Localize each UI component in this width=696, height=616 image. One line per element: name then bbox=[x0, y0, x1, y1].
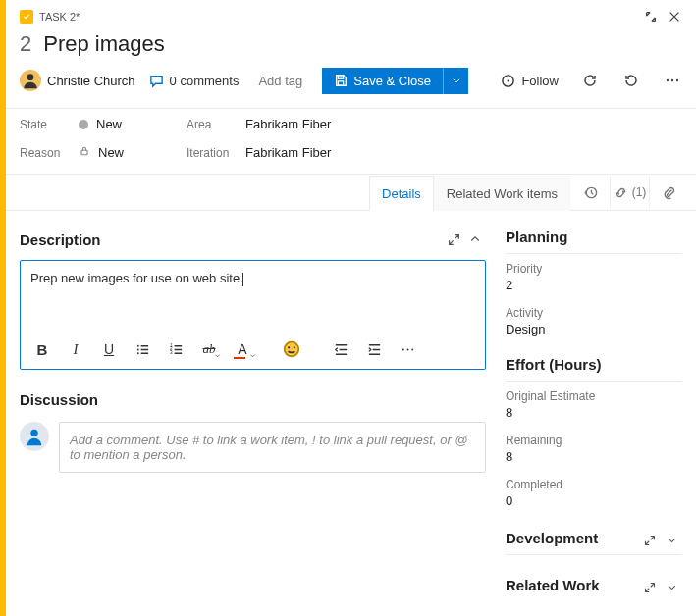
svg-point-22 bbox=[411, 348, 413, 350]
completed-value[interactable]: 0 bbox=[506, 491, 682, 516]
description-heading: Description bbox=[20, 231, 101, 248]
svg-point-13 bbox=[136, 352, 138, 354]
remaining-value[interactable]: 8 bbox=[506, 447, 682, 472]
activity-label: Activity bbox=[506, 306, 682, 320]
svg-point-12 bbox=[136, 348, 138, 350]
svg-point-1 bbox=[27, 74, 34, 80]
save-close-button[interactable]: Save & Close bbox=[322, 68, 443, 94]
related-work-expand-icon[interactable] bbox=[639, 577, 661, 598]
tabs-row: Details Related Work items (1) bbox=[6, 175, 696, 211]
expand-icon[interactable] bbox=[443, 229, 464, 250]
svg-point-21 bbox=[406, 348, 408, 350]
links-icon[interactable]: (1) bbox=[610, 176, 649, 210]
description-text[interactable]: Prep new images for use on web site. bbox=[21, 261, 485, 330]
follow-button[interactable]: Follow bbox=[497, 70, 562, 92]
window-type-label: TASK 2* bbox=[39, 11, 80, 23]
assignee-picker[interactable]: Christie Church bbox=[20, 70, 135, 91]
clear-formatting-button[interactable]: ab bbox=[195, 335, 223, 363]
add-tag-button[interactable]: Add tag bbox=[252, 70, 308, 92]
original-estimate-label: Original Estimate bbox=[506, 389, 682, 403]
save-dropdown-button[interactable] bbox=[443, 68, 468, 94]
development-expand-icon[interactable] bbox=[639, 530, 661, 551]
discussion-heading: Discussion bbox=[20, 391, 98, 408]
priority-label: Priority bbox=[506, 262, 682, 276]
state-dot-icon bbox=[79, 120, 88, 129]
italic-button[interactable]: I bbox=[62, 335, 89, 363]
increase-indent-button[interactable] bbox=[360, 335, 388, 363]
svg-rect-2 bbox=[339, 76, 344, 79]
related-work-chevron-icon[interactable] bbox=[661, 577, 682, 598]
decrease-indent-button[interactable] bbox=[327, 335, 354, 363]
links-count: (1) bbox=[632, 185, 647, 199]
emoji-button[interactable] bbox=[278, 335, 305, 363]
rte-toolbar: B I U 123 ab A bbox=[21, 330, 485, 369]
area-value[interactable]: Fabrikam Fiber bbox=[245, 117, 682, 131]
underline-button[interactable]: U bbox=[95, 335, 123, 363]
avatar bbox=[20, 70, 41, 91]
description-editor[interactable]: Prep new images for use on web site. B I… bbox=[20, 260, 486, 370]
svg-point-20 bbox=[402, 348, 403, 350]
accent-bar bbox=[0, 0, 6, 616]
field-grid: State New Area Fabrikam Fiber Reason New… bbox=[6, 108, 696, 175]
svg-point-18 bbox=[288, 346, 290, 348]
lock-icon bbox=[79, 145, 90, 160]
reason-label: Reason bbox=[20, 146, 79, 160]
work-item-title[interactable]: Prep images bbox=[43, 31, 165, 57]
svg-point-23 bbox=[30, 430, 37, 436]
completed-label: Completed bbox=[506, 478, 682, 491]
area-label: Area bbox=[187, 118, 245, 131]
bulleted-list-button[interactable] bbox=[129, 335, 156, 363]
title-row: 2 Prep images bbox=[6, 27, 696, 67]
discussion-input[interactable]: Add a comment. Use # to link a work item… bbox=[59, 422, 486, 473]
numbered-list-button[interactable]: 123 bbox=[162, 335, 189, 363]
svg-rect-9 bbox=[81, 150, 87, 155]
priority-value[interactable]: 2 bbox=[506, 276, 682, 300]
development-heading: Development bbox=[506, 526, 598, 554]
tab-related-work-items[interactable]: Related Work items bbox=[434, 176, 570, 211]
state-value[interactable]: New bbox=[79, 117, 187, 131]
attachments-icon[interactable] bbox=[649, 176, 688, 210]
activity-value[interactable]: Design bbox=[506, 320, 682, 344]
svg-point-8 bbox=[676, 79, 678, 81]
save-close-group: Save & Close bbox=[322, 68, 468, 94]
restore-icon[interactable] bbox=[639, 5, 663, 28]
iteration-label: Iteration bbox=[187, 146, 245, 160]
planning-heading: Planning bbox=[506, 225, 682, 253]
follow-label: Follow bbox=[521, 74, 559, 88]
revert-icon[interactable] bbox=[617, 67, 645, 94]
related-work-heading: Related Work bbox=[506, 573, 600, 601]
remaining-label: Remaining bbox=[506, 434, 682, 447]
svg-point-5 bbox=[508, 79, 509, 81]
bold-button[interactable]: B bbox=[28, 335, 56, 363]
history-icon[interactable] bbox=[570, 176, 610, 210]
chevron-up-icon[interactable] bbox=[464, 229, 486, 250]
work-item-id: 2 bbox=[20, 31, 31, 57]
comments-button[interactable]: 0 comments bbox=[149, 74, 240, 88]
toolbar: Christie Church 0 comments Add tag Save … bbox=[6, 67, 696, 108]
refresh-icon[interactable] bbox=[576, 67, 604, 94]
current-user-avatar bbox=[20, 422, 49, 451]
svg-point-19 bbox=[294, 346, 295, 348]
more-formatting-button[interactable] bbox=[394, 335, 421, 363]
task-type-icon bbox=[20, 10, 33, 24]
development-chevron-icon[interactable] bbox=[661, 530, 682, 551]
svg-point-6 bbox=[667, 79, 669, 81]
comments-label: 0 comments bbox=[170, 74, 240, 88]
svg-point-7 bbox=[671, 79, 673, 81]
original-estimate-value[interactable]: 8 bbox=[506, 403, 682, 428]
state-label: State bbox=[20, 118, 79, 131]
reason-value[interactable]: New bbox=[79, 145, 187, 160]
effort-heading: Effort (Hours) bbox=[506, 344, 682, 381]
svg-point-17 bbox=[285, 342, 299, 357]
assignee-name: Christie Church bbox=[47, 74, 135, 88]
save-close-label: Save & Close bbox=[353, 74, 431, 88]
font-color-button[interactable]: A bbox=[229, 335, 256, 363]
svg-text:3: 3 bbox=[169, 350, 172, 355]
close-icon[interactable] bbox=[663, 5, 686, 28]
iteration-value[interactable]: Fabrikam Fiber bbox=[245, 145, 682, 160]
svg-point-11 bbox=[136, 344, 138, 346]
tab-details[interactable]: Details bbox=[369, 176, 434, 211]
window-titlebar: TASK 2* bbox=[6, 0, 696, 27]
more-actions-icon[interactable] bbox=[659, 67, 686, 94]
svg-rect-3 bbox=[339, 81, 344, 85]
